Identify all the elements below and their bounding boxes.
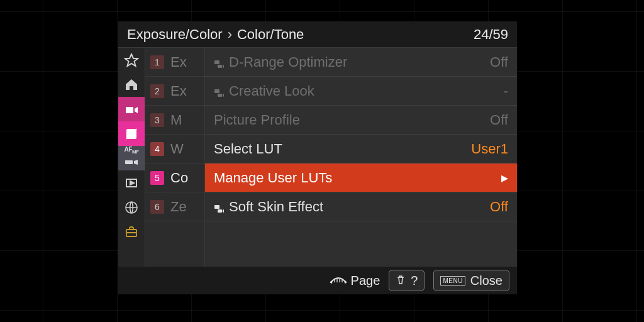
subnav-number: 3: [150, 113, 164, 127]
subnav-item-1[interactable]: 1Ex: [145, 48, 204, 77]
svg-rect-16: [214, 205, 219, 209]
breadcrumb-header: Exposure/Color › Color/Tone 24/59: [118, 21, 517, 48]
subnav-label: Ze: [170, 199, 187, 215]
help-button[interactable]: ?: [389, 270, 425, 291]
settings-list: D-Range Optimizer Off Creative Look - Pi…: [205, 48, 517, 267]
trash-icon: [396, 274, 406, 288]
still-video-icon: [214, 202, 224, 212]
row-picture-profile[interactable]: Picture Profile Off: [205, 106, 517, 135]
subnav-label: W: [170, 141, 184, 157]
subnav-number: 6: [150, 200, 164, 214]
row-label: Select LUT: [214, 141, 466, 157]
subnav-label: Ex: [170, 54, 187, 70]
row-value: User1: [471, 141, 508, 157]
svg-marker-0: [125, 54, 138, 66]
row-value: -: [504, 83, 508, 99]
svg-rect-11: [218, 65, 222, 68]
svg-marker-18: [223, 209, 224, 213]
still-video-icon: [214, 57, 224, 67]
row-soft-skin-effect[interactable]: Soft Skin Effect Off: [205, 192, 517, 221]
af-mf-tab-icon[interactable]: AFMF: [118, 146, 145, 170]
subnav-number: 4: [150, 142, 164, 156]
menu-badge: MENU: [440, 276, 465, 286]
row-value: Off: [490, 112, 508, 128]
close-label: Close: [470, 274, 502, 288]
svg-rect-17: [218, 209, 222, 213]
row-label: D-Range Optimizer: [229, 54, 485, 70]
row-select-lut[interactable]: Select LUT User1: [205, 135, 517, 164]
subnav-number: 1: [150, 55, 164, 69]
svg-marker-5: [134, 160, 138, 165]
svg-rect-10: [214, 60, 219, 64]
close-button[interactable]: MENU Close: [433, 270, 509, 291]
row-d-range-optimizer[interactable]: D-Range Optimizer Off: [205, 48, 517, 77]
help-label: ?: [411, 274, 418, 288]
svg-rect-1: [126, 107, 133, 113]
video-tab-icon[interactable]: [118, 97, 145, 121]
row-value: Off: [490, 199, 508, 215]
briefcase-tab-icon[interactable]: [118, 219, 145, 244]
subnav-item-4[interactable]: 4W: [145, 135, 204, 164]
svg-marker-15: [223, 94, 224, 97]
camera-menu-screen: Exposure/Color › Color/Tone 24/59 AFMF 1…: [118, 21, 517, 294]
breadcrumb-parent: Exposure/Color: [127, 26, 223, 43]
breadcrumb: Exposure/Color › Color/Tone: [127, 26, 304, 43]
breadcrumb-current: Color/Tone: [237, 26, 304, 43]
page-control[interactable]: Page: [330, 274, 380, 288]
chevron-right-icon: ▸: [501, 170, 508, 186]
svg-rect-14: [218, 94, 222, 97]
star-icon[interactable]: [118, 48, 145, 72]
svg-marker-12: [223, 65, 224, 68]
page-dial-icon: [330, 274, 347, 288]
row-label: Picture Profile: [214, 112, 485, 128]
subnav-label: Ex: [170, 83, 187, 99]
row-creative-look[interactable]: Creative Look -: [205, 77, 517, 106]
still-video-icon: [214, 86, 224, 96]
svg-rect-4: [125, 160, 133, 164]
svg-marker-7: [130, 181, 134, 185]
tab-column: AFMF: [118, 48, 145, 267]
subnav-label: M: [170, 112, 182, 128]
row-value: Off: [490, 54, 508, 70]
subnav-number: 5: [150, 171, 164, 185]
svg-marker-2: [135, 107, 138, 113]
subnav-item-2[interactable]: 2Ex: [145, 77, 204, 106]
subnav-item-3[interactable]: 3M: [145, 106, 204, 135]
subnav-item-5[interactable]: 5Co: [145, 164, 204, 192]
page-counter: 24/59: [474, 26, 508, 43]
subnav-column: 1Ex 2Ex 3M 4W 5Co 6Ze: [145, 48, 205, 267]
subnav-item-6[interactable]: 6Ze: [145, 192, 204, 221]
chevron-right-icon: ›: [228, 26, 232, 43]
row-label: Soft Skin Effect: [229, 199, 485, 215]
playback-tab-icon[interactable]: [118, 170, 145, 195]
row-empty: [205, 221, 517, 250]
subnav-number: 2: [150, 84, 164, 98]
row-label: Creative Look: [229, 83, 499, 99]
row-manage-user-luts[interactable]: Manage User LUTs ▸: [205, 164, 517, 192]
exposure-tab-icon[interactable]: [118, 121, 145, 146]
network-tab-icon[interactable]: [118, 195, 145, 219]
footer-bar: Page ? MENU Close: [118, 267, 517, 294]
page-label: Page: [351, 274, 380, 288]
home-icon[interactable]: [118, 72, 145, 97]
row-label: Manage User LUTs: [214, 170, 496, 186]
menu-body: AFMF 1Ex 2Ex 3M 4W 5Co 6Ze D-Range Optim…: [118, 48, 517, 267]
subnav-label: Co: [170, 170, 188, 186]
svg-rect-13: [214, 89, 219, 93]
